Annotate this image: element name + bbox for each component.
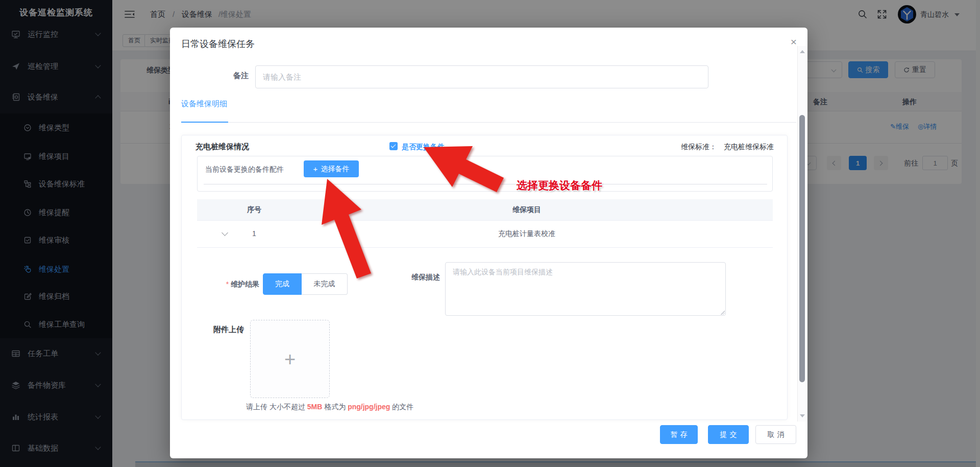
cell-item: 充电桩计量表校准 bbox=[452, 229, 601, 239]
cancel-button[interactable]: 取消 bbox=[755, 425, 796, 444]
detail-table-row[interactable]: 1 充电桩计量表校准 bbox=[197, 221, 773, 248]
format-limit: png/jpg/jpeg bbox=[348, 403, 390, 411]
replace-parts-label[interactable]: 是否更换备件 bbox=[402, 143, 445, 152]
note-label: 备注 bbox=[233, 71, 249, 81]
tab-divider bbox=[181, 122, 796, 123]
plus-icon: + bbox=[284, 349, 296, 369]
upload-label: 附件上传 bbox=[213, 325, 244, 335]
desc-label: 维保描述 bbox=[403, 273, 440, 282]
tab-active-underline bbox=[181, 122, 228, 123]
app-root: 设备巡检监测系统 运行监控 巡检管理 设备维保 维保类型 维保项目 设备维保标 bbox=[0, 0, 980, 467]
result-done-button[interactable]: 完成 bbox=[263, 273, 302, 295]
select-parts-button[interactable]: + 选择备件 bbox=[304, 160, 359, 177]
plus-icon: + bbox=[313, 165, 318, 173]
upload-dropzone[interactable]: + bbox=[250, 320, 330, 398]
resize-handle[interactable] bbox=[721, 311, 725, 315]
select-parts-button-label: 选择备件 bbox=[321, 165, 349, 174]
scroll-down-icon[interactable] bbox=[800, 414, 805, 417]
required-mark: * bbox=[226, 280, 229, 288]
column-header-item: 维保项目 bbox=[496, 205, 557, 215]
expand-chevron-icon[interactable] bbox=[222, 229, 228, 236]
parts-box-divider bbox=[204, 184, 767, 184]
maintenance-card: 充电桩维保情况 是否更换备件 维保标准：充电桩维保标准 当前设备更换的备件配件 … bbox=[181, 135, 788, 420]
column-header-index: 序号 bbox=[239, 205, 270, 215]
cell-index: 1 bbox=[239, 229, 270, 238]
save-draft-button[interactable]: 暂存 bbox=[660, 425, 698, 444]
standard-label: 维保标准： bbox=[681, 143, 717, 151]
detail-table-header: 序号 维保项目 bbox=[197, 199, 773, 221]
size-limit: 5MB bbox=[307, 403, 323, 411]
scrollbar-thumb[interactable] bbox=[799, 115, 805, 382]
result-toggle: 完成 未完成 bbox=[263, 273, 348, 295]
result-not-done-button[interactable]: 未完成 bbox=[302, 273, 348, 295]
tab-maintenance-detail[interactable]: 设备维保明细 bbox=[181, 99, 227, 109]
standard-value: 充电桩维保标准 bbox=[724, 143, 774, 151]
submit-button[interactable]: 提交 bbox=[708, 425, 749, 444]
dialog-title: 日常设备维保任务 bbox=[181, 38, 255, 50]
card-section-title: 充电桩维保情况 bbox=[195, 142, 249, 152]
parts-box-label: 当前设备更换的备件配件 bbox=[205, 161, 284, 178]
desc-textarea[interactable] bbox=[445, 262, 726, 316]
dialog-scrollbar[interactable] bbox=[797, 46, 807, 422]
maintenance-standard: 维保标准：充电桩维保标准 bbox=[559, 143, 774, 152]
scroll-up-icon[interactable] bbox=[800, 50, 805, 53]
replace-parts-checkbox[interactable] bbox=[389, 142, 398, 150]
upload-hint: 请上传 大小不超过 5MB 格式为 png/jpg/jpeg 的文件 bbox=[246, 403, 413, 412]
note-input[interactable] bbox=[255, 65, 708, 88]
result-label: * 维护结果 bbox=[216, 280, 259, 289]
maintenance-task-dialog: 日常设备维保任务 × 备注 设备维保明细 充电桩维保情况 是否更换备件 维保标准… bbox=[170, 28, 807, 458]
replaced-parts-box: 当前设备更换的备件配件 + 选择备件 bbox=[197, 156, 773, 192]
